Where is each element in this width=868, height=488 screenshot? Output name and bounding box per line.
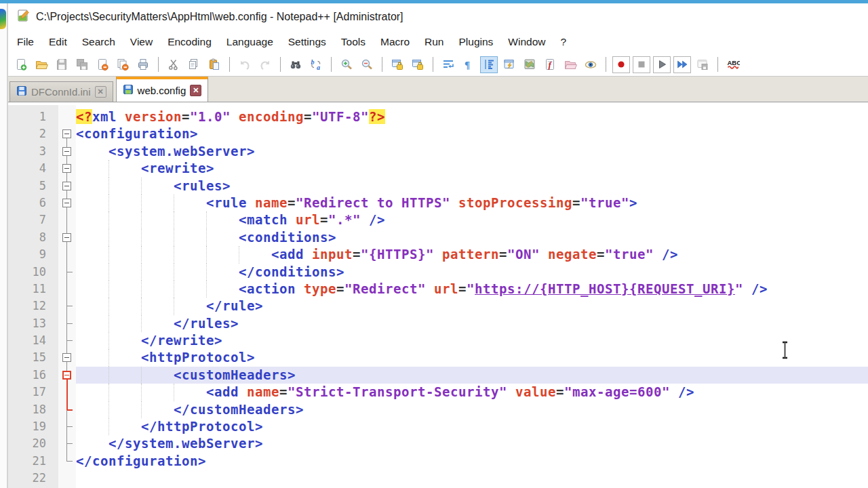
title-bar[interactable]: C:\Projects\SecurityMatters\AppHtml\web.… — [8, 3, 868, 30]
fold-margin[interactable] — [58, 125, 76, 142]
menu-item-help[interactable]: ? — [553, 36, 574, 48]
fold-margin[interactable] — [58, 178, 76, 195]
line-number[interactable]: 16 — [8, 367, 58, 384]
menu-item-file[interactable]: File — [9, 36, 41, 48]
function-list-button[interactable]: f — [541, 56, 559, 73]
code-text[interactable]: </conditions> — [76, 264, 868, 281]
menu-item-plugins[interactable]: Plugins — [451, 36, 500, 48]
code-text[interactable]: </httpProtocol> — [76, 418, 868, 435]
code-text[interactable]: <match url=".*" /> — [76, 211, 868, 228]
fold-margin[interactable] — [58, 332, 76, 349]
line-number[interactable]: 10 — [8, 264, 58, 281]
word-wrap-button[interactable] — [439, 56, 457, 73]
menu-item-view[interactable]: View — [123, 36, 160, 48]
close-button[interactable] — [94, 56, 111, 73]
open-file-button[interactable] — [33, 56, 50, 73]
find-button[interactable] — [287, 56, 304, 73]
menu-item-tools[interactable]: Tools — [334, 36, 373, 48]
code-text[interactable]: <add input="{HTTPS}" pattern="ON" negate… — [76, 246, 868, 263]
line-number[interactable]: 15 — [8, 349, 58, 366]
code-text[interactable]: <add name="Strict-Transport-Security" va… — [76, 384, 868, 401]
fold-margin[interactable] — [58, 281, 76, 298]
fold-margin[interactable] — [58, 229, 76, 246]
sync-horizontal-scroll-button[interactable] — [409, 56, 427, 73]
code-text[interactable]: <rule name="Redirect to HTTPS" stopProce… — [76, 195, 868, 211]
record-macro-button[interactable] — [612, 56, 630, 73]
code-text[interactable]: <rules> — [76, 178, 868, 195]
code-text[interactable]: <rewrite> — [76, 160, 868, 177]
code-editor[interactable]: 1<?xml version="1.0" encoding="UTF-8"?>2… — [8, 105, 868, 488]
fold-margin[interactable] — [58, 470, 76, 487]
zoom-in-button[interactable] — [338, 56, 355, 73]
line-number[interactable]: 17 — [8, 384, 58, 401]
line-number[interactable]: 14 — [8, 332, 58, 349]
show-all-characters-button[interactable]: ¶ — [460, 56, 477, 73]
undo-button[interactable] — [236, 56, 254, 73]
menu-item-macro[interactable]: Macro — [373, 36, 417, 48]
line-number[interactable]: 7 — [8, 211, 58, 228]
line-number[interactable]: 13 — [8, 315, 58, 332]
menu-item-search[interactable]: Search — [75, 36, 123, 48]
save-all-button[interactable] — [73, 56, 91, 73]
line-number[interactable]: 22 — [8, 470, 58, 487]
fold-margin[interactable] — [58, 298, 76, 314]
menu-item-settings[interactable]: Settings — [281, 36, 334, 48]
code-text[interactable]: <httpProtocol> — [76, 349, 868, 366]
fold-margin[interactable] — [58, 384, 76, 401]
user-defined-dialog-button[interactable] — [500, 56, 518, 73]
fold-margin[interactable] — [58, 160, 76, 177]
copy-button[interactable] — [185, 56, 203, 73]
line-number[interactable]: 6 — [8, 195, 58, 211]
code-text-current-line[interactable]: <customHeaders> — [76, 367, 868, 384]
menu-item-edit[interactable]: Edit — [41, 36, 75, 48]
fold-margin[interactable] — [58, 315, 76, 332]
code-text[interactable]: <action type="Redirect" url="https://{HT… — [76, 281, 868, 298]
save-button[interactable] — [53, 56, 71, 73]
code-text[interactable]: <configuration> — [76, 125, 868, 142]
code-text[interactable]: </rules> — [76, 315, 868, 332]
line-number[interactable]: 21 — [8, 453, 58, 470]
tab-dfconnid-ini[interactable]: DFConnId.ini✕ — [9, 81, 113, 102]
menu-item-run[interactable]: Run — [417, 36, 451, 48]
code-text[interactable]: </configuration> — [76, 453, 868, 470]
code-text[interactable]: <?xml version="1.0" encoding="UTF-8"?> — [76, 108, 868, 125]
print-button[interactable] — [134, 56, 152, 73]
sync-vertical-scroll-button[interactable] — [389, 56, 406, 73]
line-number[interactable]: 5 — [8, 178, 58, 195]
fold-margin[interactable] — [58, 108, 76, 125]
tab-close-icon[interactable]: ✕ — [190, 85, 201, 96]
zoom-out-button[interactable] — [358, 56, 376, 73]
fold-margin[interactable] — [58, 367, 76, 384]
fold-margin[interactable] — [58, 211, 76, 228]
run-macro-multiple-button[interactable] — [673, 56, 691, 73]
line-number[interactable]: 19 — [8, 418, 58, 435]
redo-button[interactable] — [256, 56, 274, 73]
code-text[interactable]: <conditions> — [76, 229, 868, 246]
document-map-button[interactable] — [521, 56, 538, 73]
folder-as-workspace-button[interactable] — [561, 56, 579, 73]
code-text[interactable] — [76, 470, 868, 487]
code-text[interactable]: <system.webServer> — [76, 143, 868, 160]
code-text[interactable]: </rule> — [76, 298, 868, 314]
line-number[interactable]: 2 — [8, 125, 58, 142]
fold-margin[interactable] — [58, 418, 76, 435]
line-number[interactable]: 1 — [8, 108, 58, 125]
line-number[interactable]: 9 — [8, 246, 58, 263]
replace-button[interactable]: ba — [307, 56, 325, 73]
fold-margin[interactable] — [58, 435, 76, 452]
code-text[interactable]: </system.webServer> — [76, 435, 868, 452]
line-number[interactable]: 8 — [8, 229, 58, 246]
paste-button[interactable] — [205, 56, 223, 73]
spell-check-button[interactable]: ABC — [724, 56, 742, 73]
close-all-button[interactable] — [114, 56, 132, 73]
tab-web-config[interactable]: web.config✕ — [116, 77, 209, 102]
indent-guide-button[interactable] — [480, 56, 498, 73]
code-text[interactable]: </rewrite> — [76, 332, 868, 349]
fold-margin[interactable] — [58, 453, 76, 470]
tab-close-icon[interactable]: ✕ — [95, 86, 106, 98]
line-number[interactable]: 11 — [8, 281, 58, 298]
monitoring-eye-button[interactable] — [582, 56, 599, 73]
menu-item-window[interactable]: Window — [500, 36, 553, 48]
new-file-button[interactable] — [12, 56, 30, 73]
playback-macro-button[interactable] — [653, 56, 671, 73]
